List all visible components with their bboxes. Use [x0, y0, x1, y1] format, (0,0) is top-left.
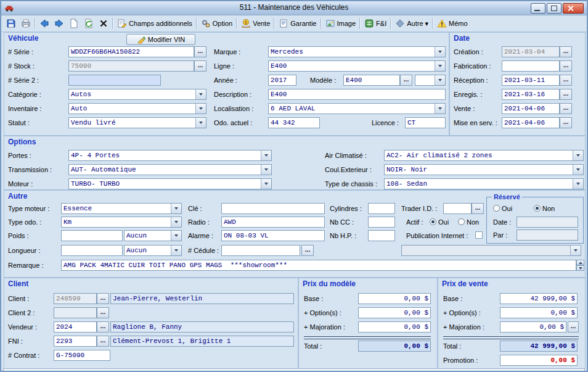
- client2-browse-button[interactable]: ...: [97, 307, 109, 318]
- description-input[interactable]: [268, 89, 446, 100]
- modele-extra-select[interactable]: [415, 75, 446, 86]
- modele-input[interactable]: [343, 75, 400, 86]
- serie-input[interactable]: [68, 46, 194, 57]
- dropdown-arrow-icon[interactable]: [171, 217, 181, 227]
- refresh-button[interactable]: [81, 17, 96, 30]
- save-button[interactable]: [4, 17, 18, 30]
- pm-options-input[interactable]: [358, 307, 431, 318]
- trader-browse-button[interactable]: ...: [472, 203, 484, 214]
- modifier-vin-button[interactable]: Modifier VIN: [126, 34, 195, 45]
- nbcc-input[interactable]: [368, 217, 395, 228]
- dropdown-arrow-icon[interactable]: [261, 179, 271, 189]
- client2-no-input[interactable]: [54, 307, 97, 318]
- pv-majoration-browse-button[interactable]: ...: [568, 321, 579, 333]
- serie2-input[interactable]: [68, 75, 161, 86]
- cylindres-input[interactable]: [368, 203, 395, 214]
- dropdown-arrow-icon[interactable]: [435, 104, 445, 114]
- dropdown-arrow-icon[interactable]: [171, 246, 181, 255]
- cle-input[interactable]: [221, 203, 325, 214]
- fabrication-input[interactable]: [502, 60, 560, 72]
- dropdown-arrow-icon[interactable]: [195, 118, 206, 128]
- forward-button[interactable]: [52, 17, 67, 30]
- client-nom-input[interactable]: [110, 293, 294, 304]
- chassis-select[interactable]: 108- Sedan: [384, 178, 584, 189]
- cedule-browse-button[interactable]: ...: [301, 245, 314, 256]
- categorie-select[interactable]: Autos: [68, 89, 206, 100]
- mise-en-serv-input[interactable]: [502, 117, 560, 128]
- print-button[interactable]: [18, 17, 33, 30]
- enregis-input[interactable]: [502, 89, 560, 100]
- remarque-input[interactable]: [61, 260, 576, 271]
- dropdown-arrow-icon[interactable]: [171, 231, 181, 241]
- close-button[interactable]: [563, 3, 584, 14]
- serie-browse-button[interactable]: ...: [194, 46, 206, 57]
- fni-no-input[interactable]: [54, 336, 97, 347]
- air-select[interactable]: AC2- Air climatisé 2 zones: [384, 150, 584, 161]
- localisation-select[interactable]: 6 AED LAVAL: [268, 103, 446, 114]
- pv-promotion-input[interactable]: [500, 355, 578, 366]
- maximize-button[interactable]: [547, 3, 561, 14]
- pv-options-input[interactable]: [500, 307, 578, 318]
- vendeur-nom-input[interactable]: [110, 321, 294, 333]
- scroll-up-icon[interactable]: [576, 260, 584, 265]
- dropdown-arrow-icon[interactable]: [573, 179, 583, 189]
- vente-button[interactable]: $Vente: [239, 17, 272, 30]
- title-bar[interactable]: 511 - Maintenance des Véhicules: [1, 1, 587, 15]
- garantie-button[interactable]: Garantie: [276, 17, 319, 30]
- new-button[interactable]: [67, 17, 81, 30]
- option-button[interactable]: Option: [198, 17, 235, 30]
- longueur-input[interactable]: [61, 245, 123, 256]
- reserve-date-input[interactable]: [517, 217, 578, 228]
- fni-nom-input[interactable]: [110, 336, 294, 347]
- client-browse-button[interactable]: ...: [97, 293, 109, 304]
- pm-base-input[interactable]: [358, 293, 431, 304]
- actif-non-radio[interactable]: [458, 218, 465, 225]
- fni-browse-button[interactable]: ...: [97, 336, 109, 347]
- publication-checkbox[interactable]: [475, 231, 483, 239]
- vente-date-browse-button[interactable]: ...: [560, 103, 572, 114]
- back-button[interactable]: [37, 17, 52, 30]
- dropdown-arrow-icon[interactable]: [195, 89, 206, 99]
- stock-input[interactable]: [68, 60, 194, 72]
- dropdown-arrow-icon[interactable]: [570, 246, 581, 255]
- vente-date-input[interactable]: [502, 103, 560, 114]
- portes-select[interactable]: 4P- 4 Portes: [68, 150, 272, 161]
- transmission-select[interactable]: AUT- Automatique: [68, 164, 272, 175]
- pm-majoration-input[interactable]: [358, 321, 431, 333]
- modele-browse-button[interactable]: ...: [400, 75, 412, 86]
- dropdown-arrow-icon[interactable]: [435, 61, 445, 71]
- enregis-browse-button[interactable]: ...: [560, 89, 572, 100]
- actif-oui-radio[interactable]: [430, 218, 436, 225]
- reception-browse-button[interactable]: ...: [560, 75, 572, 86]
- vendeur-browse-button[interactable]: ...: [97, 321, 109, 333]
- creation-input[interactable]: [502, 46, 560, 57]
- dropdown-arrow-icon[interactable]: [261, 165, 271, 175]
- image-button[interactable]: Image: [323, 17, 359, 30]
- type-moteur-select[interactable]: Essence: [61, 203, 182, 214]
- pv-base-input[interactable]: [500, 293, 578, 304]
- minimize-button[interactable]: [531, 3, 545, 14]
- client-no-input[interactable]: [54, 293, 97, 304]
- coul-select[interactable]: NOIR- Noir: [384, 164, 584, 175]
- dropdown-arrow-icon[interactable]: [573, 165, 583, 175]
- alarme-input[interactable]: [221, 230, 325, 241]
- moteur-select[interactable]: TURBO- TURBO: [68, 178, 272, 189]
- inventaire-select[interactable]: Auto: [68, 103, 206, 114]
- radio-input[interactable]: [221, 217, 325, 228]
- fi-button[interactable]: F&I: [362, 17, 389, 30]
- longueur-unite-select[interactable]: Aucun: [124, 245, 182, 256]
- dropdown-arrow-icon[interactable]: [261, 151, 271, 160]
- cedule-input[interactable]: [221, 245, 300, 256]
- poids-input[interactable]: [61, 230, 123, 241]
- pv-majoration-input[interactable]: [500, 321, 566, 333]
- type-odo-select[interactable]: Km: [61, 217, 182, 228]
- trader-input[interactable]: [443, 203, 472, 214]
- poids-unite-select[interactable]: Aucun: [124, 230, 182, 241]
- reserve-oui-radio[interactable]: [493, 205, 500, 212]
- marque-select[interactable]: Mercedes: [268, 46, 446, 57]
- dropdown-arrow-icon[interactable]: [171, 204, 181, 213]
- scroll-down-icon[interactable]: [576, 265, 584, 271]
- champs-additionnels-button[interactable]: Champs additionnels: [115, 17, 195, 30]
- dropdown-arrow-icon[interactable]: [195, 104, 206, 114]
- dropdown-arrow-icon[interactable]: [435, 47, 445, 57]
